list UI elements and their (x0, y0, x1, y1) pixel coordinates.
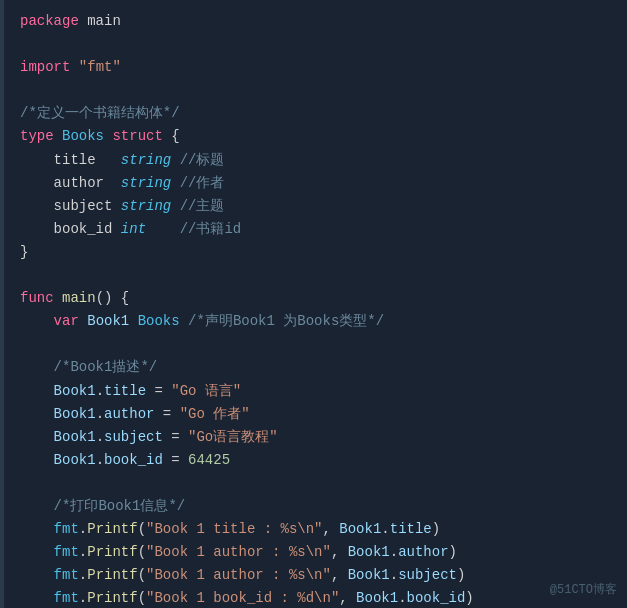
code-text: , (331, 564, 348, 587)
field-name: book_id (407, 587, 466, 608)
code-text: ( (138, 541, 146, 564)
code-editor: package main import "fmt" /*定义一个书籍结构体*/ … (0, 0, 627, 608)
code-line (20, 472, 627, 495)
code-line: /*定义一个书籍结构体*/ (20, 102, 627, 125)
code-text (104, 125, 112, 148)
code-text (20, 587, 54, 608)
code-text: author (20, 172, 121, 195)
code-text: . (390, 541, 398, 564)
string-literal: "Go 作者" (180, 403, 250, 426)
code-text: ( (138, 518, 146, 541)
code-text (171, 172, 179, 195)
code-text (171, 149, 179, 172)
code-text: . (79, 587, 87, 608)
function-name: Printf (87, 518, 137, 541)
package-name: fmt (54, 564, 79, 587)
code-text (20, 426, 54, 449)
code-text: = (163, 449, 188, 472)
variable: Book1 (54, 380, 96, 403)
code-line: var Book1 Books /*声明Book1 为Books类型*/ (20, 310, 627, 333)
code-text: book_id (20, 218, 121, 241)
code-text: . (96, 449, 104, 472)
code-text: ( (138, 564, 146, 587)
code-text (146, 218, 180, 241)
string-literal: "Go语言教程" (188, 426, 278, 449)
package-name: fmt (54, 518, 79, 541)
code-text (79, 310, 87, 333)
code-line: book_id int //书籍id (20, 218, 627, 241)
watermark: @51CTO博客 (550, 581, 617, 600)
code-text: = (154, 403, 179, 426)
code-line: /*Book1描述*/ (20, 356, 627, 379)
comment: //书籍id (180, 218, 242, 241)
code-line: Book1.book_id = 64425 (20, 449, 627, 472)
code-line: Book1.subject = "Go语言教程" (20, 426, 627, 449)
keyword: type (20, 125, 54, 148)
code-text (20, 403, 54, 426)
code-line: author string //作者 (20, 172, 627, 195)
variable: Book1 (348, 564, 390, 587)
code-text: , (323, 518, 340, 541)
code-text: . (79, 541, 87, 564)
field-name: title (390, 518, 432, 541)
string-literal: "fmt" (79, 56, 121, 79)
code-text: ) (449, 541, 457, 564)
type-keyword: string (121, 149, 171, 172)
field-name: subject (398, 564, 457, 587)
code-text: main (79, 10, 121, 33)
code-text (20, 449, 54, 472)
package-name: fmt (54, 587, 79, 608)
code-text: ( (138, 587, 146, 608)
code-text (20, 564, 54, 587)
code-text (70, 56, 78, 79)
code-text (54, 287, 62, 310)
code-line: package main (20, 10, 627, 33)
code-line: fmt.Printf("Book 1 author : %s\n", Book1… (20, 541, 627, 564)
code-text (20, 495, 54, 518)
code-text (129, 310, 137, 333)
code-text: = (146, 380, 171, 403)
function-name: main (62, 287, 96, 310)
code-text: . (79, 518, 87, 541)
code-line (20, 33, 627, 56)
code-text: ) (432, 518, 440, 541)
code-text: , (339, 587, 356, 608)
comment: //主题 (180, 195, 225, 218)
code-line: title string //标题 (20, 149, 627, 172)
code-text: ) (465, 587, 473, 608)
code-text: . (96, 403, 104, 426)
keyword: struct (112, 125, 162, 148)
code-text: . (381, 518, 389, 541)
comment: /*打印Book1信息*/ (54, 495, 186, 518)
code-text: . (96, 380, 104, 403)
code-text: } (20, 241, 28, 264)
code-line: fmt.Printf("Book 1 author : %s\n", Book1… (20, 564, 627, 587)
field-name: author (104, 403, 154, 426)
package-name: fmt (54, 541, 79, 564)
variable: Book1 (339, 518, 381, 541)
code-line: subject string //主题 (20, 195, 627, 218)
variable: Book1 (348, 541, 390, 564)
code-text: subject (20, 195, 121, 218)
keyword: var (54, 310, 79, 333)
code-line: Book1.author = "Go 作者" (20, 403, 627, 426)
keyword: import (20, 56, 70, 79)
code-text: title (20, 149, 121, 172)
code-text (171, 195, 179, 218)
code-line: fmt.Printf("Book 1 book_id : %d\n", Book… (20, 587, 627, 608)
field-name: author (398, 541, 448, 564)
code-text: . (79, 564, 87, 587)
code-line: /*打印Book1信息*/ (20, 495, 627, 518)
left-bar (0, 0, 4, 608)
code-line (20, 333, 627, 356)
code-line: } (20, 241, 627, 264)
comment: //作者 (180, 172, 225, 195)
field-name: book_id (104, 449, 163, 472)
string-literal: "Book 1 title : %s\n" (146, 518, 322, 541)
variable: Book1 (87, 310, 129, 333)
code-text: = (163, 426, 188, 449)
code-text (20, 380, 54, 403)
variable: Book1 (54, 403, 96, 426)
variable: Book1 (54, 449, 96, 472)
type-keyword: string (121, 172, 171, 195)
